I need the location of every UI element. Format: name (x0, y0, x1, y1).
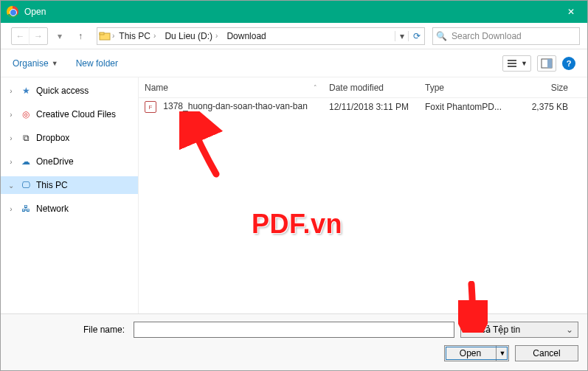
view-options-button[interactable]: ▼ (502, 55, 531, 72)
expander-icon[interactable]: › (7, 158, 15, 166)
filename-label: File name: (10, 325, 128, 335)
column-label: Name (145, 83, 168, 93)
sidebar-item-label: Quick access (36, 86, 89, 96)
sidebar-item-label: Creative Cloud Files (36, 109, 116, 119)
new-folder-label: New folder (76, 58, 118, 69)
recent-locations-button[interactable]: ▾ (51, 27, 69, 45)
chevron-down-icon: ▼ (499, 350, 506, 357)
column-label: Date modified (329, 83, 384, 93)
button-row: Open ▼ Cancel (10, 345, 578, 361)
open-button[interactable]: Open ▼ (444, 345, 509, 361)
forward-button[interactable]: → (30, 27, 47, 45)
new-folder-button[interactable]: New folder (76, 58, 118, 69)
chevron-down-icon: ⌄ (566, 325, 573, 335)
cancel-label: Cancel (533, 348, 560, 358)
sidebar: › ★ Quick access › ◎ Creative Cloud File… (1, 77, 138, 313)
file-list: Name ˄ Date modified Type Size F 1378_hu… (138, 77, 587, 313)
crumb-this-pc[interactable]: This PC› (114, 31, 160, 41)
bottom-bar: File name: Tất cả Tệp tin ⌄ Open ▼ Cance… (1, 313, 587, 370)
preview-pane-icon (541, 58, 553, 69)
filename-input[interactable] (134, 322, 454, 338)
crumb-folder[interactable]: Download (222, 31, 270, 41)
sidebar-item-quick-access[interactable]: › ★ Quick access (1, 82, 138, 100)
column-size[interactable]: Size (515, 83, 574, 93)
column-type[interactable]: Type (419, 83, 515, 93)
expander-icon[interactable]: › (7, 205, 15, 213)
main-area: › ★ Quick access › ◎ Creative Cloud File… (1, 77, 587, 313)
svg-rect-3 (508, 63, 516, 64)
preview-pane-button[interactable] (537, 55, 556, 72)
nav-row: ← → ▾ ↑ › This PC› Du Lieu (D:)› Downloa… (1, 23, 587, 49)
close-icon: ✕ (567, 7, 575, 17)
watermark-text: PDF.vn (252, 209, 342, 240)
file-type-filter[interactable]: Tất cả Tệp tin ⌄ (460, 322, 578, 338)
breadcrumb-dropdown[interactable]: ▾ (395, 31, 408, 41)
monitor-icon: 🖵 (20, 179, 32, 191)
column-label: Size (551, 83, 568, 93)
cancel-button[interactable]: Cancel (515, 345, 578, 361)
expander-icon[interactable]: › (7, 111, 15, 119)
dropbox-icon: ⧉ (20, 132, 32, 144)
svg-rect-4 (508, 66, 516, 67)
help-button[interactable]: ? (562, 57, 575, 70)
expander-icon[interactable]: ⌄ (7, 181, 15, 190)
window-title: Open (24, 7, 46, 17)
filename-row: File name: Tất cả Tệp tin ⌄ (10, 322, 578, 338)
list-view-icon (506, 58, 518, 69)
expander-icon[interactable]: › (7, 134, 15, 142)
svg-rect-1 (100, 32, 104, 35)
chrome-icon (7, 6, 18, 18)
folder-icon (97, 30, 112, 42)
breadcrumb-bar[interactable]: › This PC› Du Lieu (D:)› Download ▾ ⟳ (97, 27, 425, 45)
sidebar-item-label: OneDrive (36, 156, 74, 167)
title-bar: Open ✕ (1, 1, 587, 23)
svg-rect-2 (508, 60, 516, 61)
column-label: Type (425, 83, 444, 93)
cloud-icon: ☁ (20, 156, 32, 167)
nav-history-box: ← → (11, 27, 48, 45)
chevron-down-icon: ▼ (52, 60, 58, 67)
search-input[interactable]: 🔍 Search Download (432, 27, 580, 45)
star-icon: ★ (20, 85, 32, 97)
sidebar-item-onedrive[interactable]: › ☁ OneDrive (1, 153, 138, 170)
toolbar: Organise ▼ New folder ▼ ? (1, 49, 587, 77)
file-date-cell: 12/11/2018 3:11 PM (323, 102, 419, 112)
open-dropdown-button[interactable]: ▼ (497, 350, 508, 357)
sidebar-item-this-pc[interactable]: ⌄ 🖵 This PC (1, 176, 138, 194)
column-name[interactable]: Name ˄ (139, 83, 323, 93)
expander-icon[interactable]: › (7, 87, 15, 95)
column-headers: Name ˄ Date modified Type Size (139, 77, 587, 98)
back-button[interactable]: ← (12, 27, 30, 45)
organise-menu[interactable]: Organise ▼ (13, 58, 58, 69)
sidebar-item-label: Dropbox (36, 133, 69, 143)
sidebar-item-creative-cloud[interactable]: › ◎ Creative Cloud Files (1, 105, 138, 123)
column-date[interactable]: Date modified (323, 83, 419, 93)
network-icon: 🖧 (20, 203, 32, 215)
refresh-button[interactable]: ⟳ (408, 31, 424, 41)
sidebar-item-dropbox[interactable]: › ⧉ Dropbox (1, 129, 138, 147)
open-label: Open (460, 348, 481, 358)
sidebar-item-label: Network (36, 204, 69, 214)
search-icon: 🔍 (436, 31, 447, 41)
sort-indicator-icon: ˄ (314, 84, 317, 91)
sidebar-item-network[interactable]: › 🖧 Network (1, 200, 138, 218)
file-size-cell: 2,375 KB (515, 102, 574, 112)
file-type-cell: Foxit PhantomPD... (419, 102, 515, 112)
filter-label: Tất cả Tệp tin (466, 325, 520, 335)
close-button[interactable]: ✕ (554, 1, 587, 23)
file-row[interactable]: F 1378_huong-dan-soan-thao-van-ban 12/11… (139, 98, 587, 116)
pdf-file-icon: F (145, 101, 156, 113)
sidebar-item-label: This PC (36, 180, 68, 190)
up-button[interactable]: ↑ (72, 27, 89, 45)
file-name: 1378_huong-dan-soan-thao-van-ban (163, 101, 308, 111)
crumb-drive[interactable]: Du Lieu (D:)› (160, 31, 222, 41)
file-name-cell: F 1378_huong-dan-soan-thao-van-ban (139, 101, 323, 114)
search-placeholder: Search Download (452, 31, 522, 41)
organise-label: Organise (13, 58, 49, 69)
svg-rect-6 (547, 59, 552, 68)
creative-cloud-icon: ◎ (20, 108, 32, 120)
